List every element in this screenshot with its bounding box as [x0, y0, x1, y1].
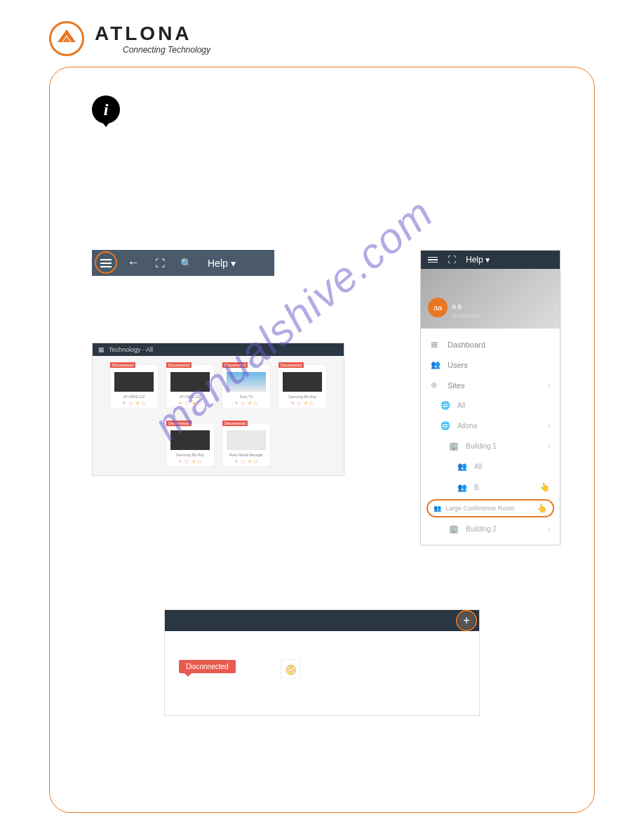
- touch-icon: 👆: [539, 482, 550, 492]
- menu-dashboard: ▦ Dashboard: [421, 334, 560, 355]
- menu-building1-all: 👥 All: [421, 456, 560, 477]
- globe-icon: ⊕: [431, 380, 441, 390]
- menu-label: B: [474, 484, 479, 491]
- chevron-right-icon: ›: [548, 525, 550, 533]
- device-card: Disconnected Roku Media Manager ✎▢⚡▢: [222, 423, 271, 467]
- menu-label: Users: [448, 361, 468, 369]
- dashboard-screenshot: ▦ Technology - All Disconnected AT-OMNI-…: [92, 343, 344, 476]
- chevron-right-icon: ›: [548, 381, 550, 389]
- user-name: a a: [452, 303, 462, 310]
- chevron-right-icon: ›: [548, 422, 550, 430]
- toolbar-screenshot: ← ⛶ 🔍 Help ▾: [92, 250, 274, 276]
- dashboard-grid: Disconnected AT-OMNI-112 ✎▢⚡▢ Disconnect…: [93, 356, 344, 475]
- chevron-right-icon: ›: [548, 442, 550, 450]
- logo-icon: [49, 21, 84, 56]
- menu-label: All: [474, 463, 482, 470]
- hamburger-icon: [428, 257, 438, 263]
- site-icon: 🌐: [441, 401, 450, 410]
- sidebar-top-bar: ⛶ Help ▾: [421, 251, 560, 269]
- building-icon: 🏢: [449, 524, 459, 534]
- room-screenshot: + Disconnected 📀: [164, 609, 480, 716]
- user-email: obc@a.com: [452, 312, 482, 319]
- document-frame: i ← ⛶ 🔍 Help ▾ ▦ Technology - All Discon…: [49, 67, 595, 813]
- room-icon: 👥: [457, 483, 467, 492]
- menu-atlona: 🌐 Atlona ›: [421, 416, 560, 436]
- info-icon: i: [92, 95, 120, 124]
- site-icon: 🌐: [441, 421, 450, 430]
- touch-icon: 👆: [537, 503, 547, 513]
- help-dropdown: Help ▾: [208, 258, 236, 269]
- menu-building2: 🏢 Building 2 ›: [421, 519, 560, 539]
- logo-area: ATLONA Connecting Technology: [49, 21, 595, 56]
- user-avatar: aa: [428, 298, 448, 317]
- logo-tagline: Connecting Technology: [123, 45, 210, 55]
- help-dropdown: Help ▾: [466, 255, 490, 265]
- dashboard-title: Technology - All: [109, 346, 153, 353]
- building-icon: 🏢: [449, 442, 459, 451]
- add-highlight-circle: [456, 610, 477, 631]
- disconnected-badge: Disconnected: [179, 660, 236, 673]
- device-card: Disconnected Sony TV ✎▢⚡▢: [222, 364, 271, 409]
- sidebar-screenshot: ⛶ Help ▾ aa a a obc@a.com ▦ Dashboard 👥 …: [420, 250, 561, 545]
- grid-icon: ▦: [98, 346, 105, 353]
- bluray-icon: 📀: [281, 659, 300, 679]
- users-icon: 👥: [431, 360, 441, 369]
- room-header: +: [165, 610, 479, 631]
- dashboard-icon: ▦: [431, 340, 441, 349]
- sidebar-hero: aa a a obc@a.com: [421, 269, 560, 329]
- sidebar-menu: ▦ Dashboard 👥 Users ⊕ Sites › 🌐 All: [421, 329, 560, 545]
- menu-label: All: [457, 402, 465, 409]
- menu-sites: ⊕ Sites ›: [421, 375, 560, 395]
- device-card: Disconnected AT-OMNI-122 ✎▢⚡▢: [166, 364, 215, 409]
- menu-building1: 🏢 Building 1 ›: [421, 436, 560, 456]
- device-card: Disconnected AT-OMNI-112 ✎▢⚡▢: [109, 364, 159, 409]
- device-card: Disconnected Samsung Blu Ray ✎▢⚡▢: [278, 364, 327, 409]
- room-icon: 👥: [434, 505, 441, 512]
- room-body: Disconnected 📀: [165, 631, 479, 715]
- menu-building1-b: 👥 B 👆: [421, 477, 560, 498]
- menu-label: Building 2: [466, 525, 497, 533]
- menu-all: 🌐 All: [421, 395, 560, 416]
- dashboard-header: ▦ Technology - All: [93, 343, 344, 356]
- fullscreen-icon: ⛶: [155, 258, 165, 269]
- search-icon: 🔍: [180, 258, 192, 269]
- room-icon: 👥: [457, 462, 467, 471]
- menu-label: Dashboard: [448, 340, 485, 349]
- menu-label: Sites: [448, 381, 464, 390]
- menu-large-conference-highlighted: 👥 Large Conference Room 👆: [427, 499, 554, 517]
- menu-highlight-circle: [95, 251, 117, 274]
- menu-label: Large Conference Room: [445, 505, 515, 512]
- fullscreen-icon: ⛶: [448, 255, 456, 265]
- menu-label: Atlona: [457, 422, 477, 430]
- menu-users: 👥 Users: [421, 355, 560, 375]
- menu-label: Building 1: [466, 442, 497, 450]
- back-arrow-icon: ←: [127, 256, 140, 270]
- device-card: Disconnected Samsung Blu Ray ✎▢⚡▢: [166, 423, 215, 467]
- logo-brand: ATLONA: [95, 22, 210, 45]
